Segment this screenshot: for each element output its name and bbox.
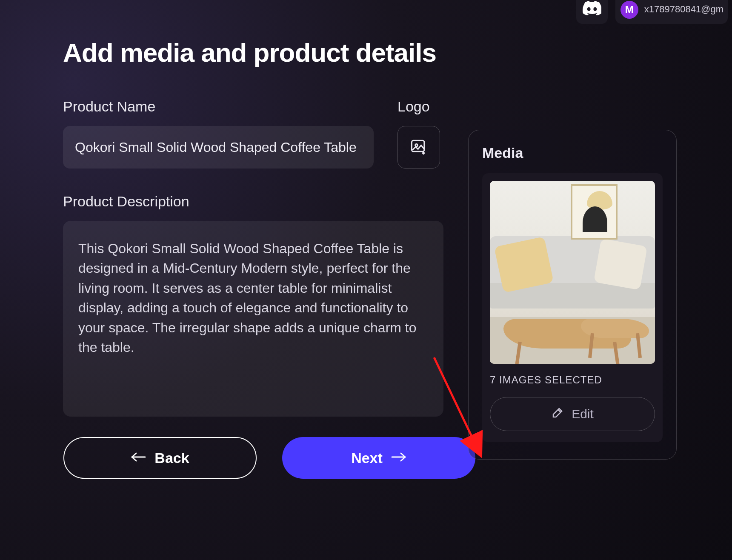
edit-icon [551, 406, 564, 422]
product-description-label: Product Description [63, 193, 443, 210]
media-panel: Media 7 IMAGES SELECTED Edit [468, 130, 677, 460]
logo-label: Logo [397, 98, 440, 115]
product-description-input[interactable] [63, 221, 443, 417]
top-bar: M x1789780841@gm [576, 0, 732, 24]
user-email: x1789780841@gm [644, 1, 723, 18]
page-title: Add media and product details [63, 37, 715, 68]
edit-media-button[interactable]: Edit [490, 397, 655, 431]
discord-icon [583, 1, 601, 17]
product-name-label: Product Name [63, 98, 374, 115]
edit-button-label: Edit [572, 407, 594, 421]
arrow-left-icon [131, 450, 146, 466]
arrow-right-icon [391, 450, 406, 466]
avatar: M [620, 1, 638, 19]
next-button-label: Next [351, 450, 383, 466]
user-menu[interactable]: M x1789780841@gm [615, 0, 728, 24]
media-card: 7 IMAGES SELECTED Edit [482, 173, 663, 442]
discord-button[interactable] [576, 0, 608, 24]
image-add-icon [409, 137, 428, 157]
media-thumbnail[interactable] [490, 181, 655, 364]
logo-upload-button[interactable] [397, 126, 440, 169]
back-button[interactable]: Back [63, 437, 257, 479]
back-button-label: Back [154, 450, 189, 466]
next-button[interactable]: Next [282, 437, 475, 479]
media-panel-title: Media [482, 145, 663, 161]
product-name-input[interactable] [63, 126, 374, 169]
media-selected-caption: 7 IMAGES SELECTED [490, 374, 655, 386]
